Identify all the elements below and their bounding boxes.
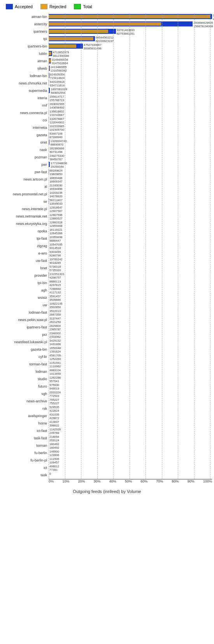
table-row: ipartners-fast28298042385787 (2, 324, 212, 331)
bar-area: 1288231812859468 (49, 220, 212, 227)
bar-value-accepted: 7286660 (49, 287, 61, 291)
table-row: news-archive755227755227 (2, 398, 212, 405)
bar-area: 1291864712907567 (49, 205, 212, 212)
bar-value-rejected: 38450767 (50, 158, 65, 161)
bar-area: 31494900263147932664 (49, 58, 212, 65)
table-row: task0 (2, 472, 212, 479)
table-row: rsk529535422824 (2, 405, 212, 412)
x-axis-label: 30% (94, 479, 101, 483)
x-axis-label: 10% (62, 479, 69, 483)
bar-value-accepted: 180492 (49, 442, 59, 446)
bar-values: 23400022333362 (49, 332, 61, 339)
bar-value-accepted: 5736318 (49, 265, 61, 268)
bar-area: 4752733996738365631496 (49, 43, 212, 50)
x-axis-label: 100% (203, 479, 212, 483)
x-axis-label: 80% (172, 479, 179, 483)
bar-value-accepted: 4713852979 (53, 51, 69, 54)
table-row: sgh2931024772503 (2, 390, 212, 397)
bar-value-accepted: 1142928 (49, 428, 61, 431)
table-row: interia155614717155786719 (2, 95, 212, 102)
bar-values: 9346710687286940 (49, 132, 62, 139)
bar-area: 155614717155786719 (49, 95, 212, 102)
bar-value-accepted: 2340002 (49, 332, 61, 335)
bar-value-rejected: 9314518 (49, 246, 62, 250)
bar-value-rejected: 82753881281 (117, 32, 135, 35)
bar-value-accepted: 755227 (49, 398, 59, 402)
table-row: prz23400022333362 (2, 331, 212, 338)
row-label: news.netmaniak.net (2, 214, 49, 218)
bar-value-rejected: 62228923197 (96, 39, 114, 43)
bar-rejected (49, 67, 49, 70)
row-label: futuro (2, 384, 49, 388)
bar-value-rejected: 9886447 (49, 239, 62, 242)
bar-area: 9346710687286940 (49, 132, 212, 139)
row-label: wsisiz (2, 296, 49, 300)
bar-values: 1142928249768 (49, 428, 61, 435)
bar-values: 1290759612880527 (49, 213, 62, 220)
bar-value-accepted: 136816832 (49, 110, 64, 113)
row-label: ipartners-fast (2, 325, 49, 329)
table-row: torman-fast11519411110962 (2, 361, 212, 368)
bar-values: 47138529793812300086 (53, 51, 69, 58)
bar-values: 755227755227 (49, 398, 59, 405)
bar-area: 6818982419809850 (49, 168, 212, 175)
bar-value-rejected: 3147932664 (52, 61, 68, 65)
bar-value-accepted: 2829804 (49, 324, 61, 328)
bar-value-rejected: 38365631496 (84, 47, 102, 50)
bar-values: 1420323514078820 (49, 191, 62, 198)
bar-rejected (49, 37, 93, 40)
row-label: axelspringer (2, 414, 49, 418)
bar-values: 132600474388890870 (51, 139, 67, 146)
bar-value-accepted: 182380866 (49, 147, 64, 150)
bar-value-accepted: 21183030 (49, 184, 62, 187)
table-row: nask18238086660731496 (2, 146, 212, 153)
table-row: tpi-fast103598989886447 (2, 235, 212, 242)
bar-area: 1290759612880527 (49, 213, 212, 220)
bar-values: 11519411110962 (49, 361, 61, 368)
bar-value-accepted: 248275330 (50, 154, 65, 158)
bar-value-accepted: 200894629605 (193, 21, 213, 25)
bar-values: 200894629605156878194968 (193, 21, 213, 28)
bar-values: 35220132667359 (49, 309, 61, 316)
legend-accepted: Accepted (6, 4, 33, 9)
legend-total: Total (74, 4, 92, 9)
bar-value-accepted: 2931024 (49, 391, 61, 394)
bar-value-accepted: 406012 (49, 465, 59, 468)
table-row: pozman24827533038450767 (2, 154, 212, 161)
table-row: lodman-fast35220132667359 (2, 309, 212, 316)
table-row: cyf-kr45817091252263 (2, 353, 212, 360)
bar-value-accepted: 10547035 (49, 243, 62, 246)
row-label: cyf-kr (2, 355, 49, 359)
bar-area: 47138529793812300086 (49, 50, 212, 57)
bar-value-accepted: 68189824 (49, 169, 62, 172)
bar-area: 529535422824 (49, 405, 212, 412)
legend-total-box (74, 4, 81, 9)
bar-value-rejected: 398822 (49, 424, 59, 427)
table-row: e-wro93034999280796 (2, 250, 212, 257)
bar-values: 31374472621253 (49, 317, 61, 324)
bar-area: 111506109457 (49, 457, 212, 464)
bar-value-accepted: 101533985 (49, 125, 64, 128)
bar-values: 1262286957041 (49, 376, 61, 383)
table-row: ipartners9376146369382753881281 (2, 28, 212, 35)
row-label: pozman (2, 155, 49, 159)
table-row: bnet57363185735320 (2, 265, 212, 272)
bar-value-rejected: 203124 (49, 439, 59, 442)
row-label: news.artcom.pl (2, 177, 49, 181)
bar-value-rejected: 2667359 (49, 313, 61, 316)
table-row: news.intertele.pl1291864712907567 (2, 205, 212, 212)
bar-area: 975930949019 (49, 383, 212, 390)
table-row: news.promontel.net.pl1420323514078820 (2, 191, 212, 198)
bar-area: 413637398822 (49, 420, 212, 427)
x-axis-title: Outgoing feeds (innfeed) by Volume (2, 489, 212, 494)
table-row: futuro975930949019 (2, 383, 212, 390)
table-row: ict40601277391 (2, 464, 212, 471)
table-row: pwr177104883629258344 (2, 161, 212, 168)
bar-value-accepted: 12907596 (49, 213, 62, 217)
bar-area: 31374472621253 (49, 316, 212, 323)
table-row: lodman48831041013459 (2, 368, 212, 375)
bar-values: 136816832133743687 (49, 110, 64, 117)
row-label: home (2, 421, 49, 425)
bar-values: 0 (49, 472, 51, 476)
bar-value-accepted: 1262286 (49, 376, 61, 379)
